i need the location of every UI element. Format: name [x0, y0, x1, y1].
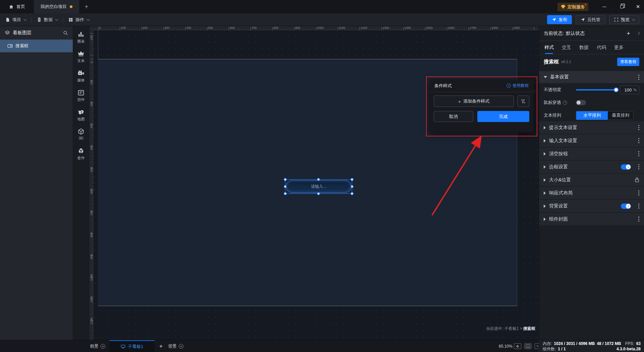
- dock-item-3D[interactable]: 3D: [73, 128, 89, 148]
- ruler-label: 300: [90, 118, 93, 128]
- ruler-label: 1800: [491, 26, 498, 30]
- kebab-menu-icon[interactable]: [638, 140, 639, 141]
- dock-item-图表[interactable]: 图表: [73, 31, 89, 50]
- fit-screen-button[interactable]: [514, 343, 521, 349]
- ruler-label: 1700: [470, 26, 476, 30]
- kebab-menu-icon[interactable]: [638, 127, 639, 128]
- cloud-hosting-label: 云托管: [587, 17, 600, 23]
- ruler-label: 1100: [90, 293, 93, 303]
- add-board-button[interactable]: +: [159, 343, 163, 350]
- cloud-hosting-button[interactable]: 云托管: [576, 15, 605, 24]
- slider-knob[interactable]: [614, 87, 619, 92]
- resize-handle-se[interactable]: [351, 192, 354, 195]
- chevron-right-icon[interactable]: [637, 32, 640, 35]
- expand-icon: [544, 178, 546, 182]
- project-tab[interactable]: 我的空白项目: [34, 0, 79, 13]
- section-响应式布局[interactable]: 响应式布局: [539, 187, 644, 199]
- menu-project[interactable]: 项目: [0, 13, 31, 26]
- ruler-label: 100: [121, 26, 126, 30]
- kebab-menu-icon[interactable]: [638, 219, 639, 220]
- zoom-level[interactable]: 65.10%: [499, 344, 513, 349]
- media-icon: [77, 70, 85, 77]
- ruler-label: 300: [164, 26, 169, 30]
- canvas[interactable]: 0100200300400500600700800900100011001200…: [89, 26, 539, 340]
- menu-data[interactable]: 数据: [32, 13, 63, 26]
- section-背景设置[interactable]: 背景设置: [539, 200, 644, 212]
- inspector-tab-代码[interactable]: 代码: [597, 41, 606, 54]
- align-vertical-option[interactable]: 垂直排列: [608, 111, 633, 120]
- dock-item-文本[interactable]: 文本: [73, 50, 89, 70]
- kebab-menu-icon[interactable]: [638, 77, 639, 78]
- search-icon[interactable]: [63, 31, 68, 36]
- dock-item-label: 地图: [77, 117, 85, 122]
- current-selection-hint: 当前选中: 子看板1 > 搜索框: [486, 326, 535, 332]
- custom-service-button[interactable]: 定制服务: [557, 3, 588, 11]
- inspector-tab-样式[interactable]: 样式: [544, 41, 554, 54]
- kebab-menu-icon[interactable]: [638, 166, 639, 167]
- dock-item-套件[interactable]: 套件: [73, 148, 89, 167]
- basic-settings-header[interactable]: 基本设置: [539, 71, 644, 83]
- home-tab[interactable]: 首页: [0, 0, 34, 13]
- layer-item-searchbox[interactable]: 搜索框: [0, 40, 73, 52]
- expand-icon: [544, 126, 546, 129]
- new-tab-button[interactable]: +: [79, 0, 94, 13]
- minimize-button[interactable]: [601, 3, 608, 10]
- background-button[interactable]: 背景+: [168, 343, 183, 349]
- kebab-menu-icon[interactable]: [638, 192, 639, 193]
- text-icon: [77, 50, 85, 57]
- section-toggle-on[interactable]: [621, 203, 631, 209]
- resize-handle-ne[interactable]: [351, 178, 354, 181]
- mouse-through-toggle[interactable]: [576, 100, 586, 105]
- menu-project-label: 项目: [12, 17, 21, 23]
- expand-icon: [544, 218, 546, 221]
- annotation-rectangle: [426, 76, 537, 136]
- memory-extra: 48 / 1072 MB: [597, 341, 621, 346]
- inspector-tab-更多[interactable]: 更多: [614, 41, 624, 54]
- help-icon: ?: [563, 101, 567, 105]
- opacity-slider[interactable]: [576, 89, 618, 91]
- add-state-button[interactable]: +: [627, 30, 630, 37]
- kebab-menu-icon[interactable]: [638, 153, 639, 154]
- publish-button[interactable]: 发布: [547, 15, 572, 24]
- keyboard-shortcuts-button[interactable]: [524, 343, 532, 349]
- section-toggle-on[interactable]: [621, 164, 631, 170]
- fullscreen-icon: [614, 17, 619, 22]
- ruler-label: 1000: [90, 271, 93, 281]
- layer-item-label: 搜索框: [15, 43, 29, 49]
- add-foreground-icon[interactable]: +: [101, 344, 105, 349]
- ruler-origin-line: [98, 31, 98, 59]
- section-提示文本设置[interactable]: 提示文本设置: [539, 121, 644, 134]
- basic-settings-label: 基本设置: [550, 74, 569, 80]
- opacity-input[interactable]: 100%: [620, 85, 639, 94]
- close-button[interactable]: ✕: [635, 3, 641, 10]
- preview-button[interactable]: 预览: [609, 15, 639, 24]
- section-组件封面[interactable]: 组件封面: [539, 213, 644, 225]
- ruler-label: 1900: [513, 26, 520, 30]
- component-count-label: 组件数:: [543, 346, 556, 352]
- dock-item-地图[interactable]: 地图: [73, 109, 89, 128]
- ruler-label: 500: [90, 162, 93, 172]
- menu-actions[interactable]: 操作: [63, 13, 94, 26]
- align-horizontal-option[interactable]: 水平排列: [576, 111, 608, 120]
- dock-item-控件[interactable]: 控件: [73, 89, 89, 109]
- searchbox-component[interactable]: 请输入...: [286, 180, 351, 193]
- section-大小&位置[interactable]: 大小&位置: [539, 174, 644, 186]
- board-tab[interactable]: 子看板1: [109, 340, 155, 352]
- section-label: 背景设置: [549, 203, 568, 209]
- view-tutorial-button[interactable]: 查看教程: [617, 58, 639, 66]
- ruler-label: 200: [143, 26, 148, 30]
- inspector-tab-交互[interactable]: 交互: [562, 41, 571, 54]
- section-清空按钮[interactable]: 清空按钮: [539, 148, 644, 160]
- inspector-tab-数据[interactable]: 数据: [579, 41, 589, 54]
- ruler-label: 100: [90, 75, 93, 85]
- lock-icon[interactable]: [635, 177, 639, 182]
- section-输入文本设置[interactable]: 输入文本设置: [539, 134, 644, 147]
- resize-handle-sw[interactable]: [284, 192, 287, 195]
- kebab-menu-icon[interactable]: [638, 206, 639, 207]
- add-background-icon[interactable]: +: [179, 344, 183, 349]
- section-边框设置[interactable]: 边框设置: [539, 161, 644, 173]
- restore-button[interactable]: [619, 3, 625, 10]
- dock-item-媒体[interactable]: 媒体: [73, 70, 89, 89]
- foreground-button[interactable]: 前景+: [90, 343, 105, 349]
- resize-handle-nw[interactable]: [284, 178, 287, 181]
